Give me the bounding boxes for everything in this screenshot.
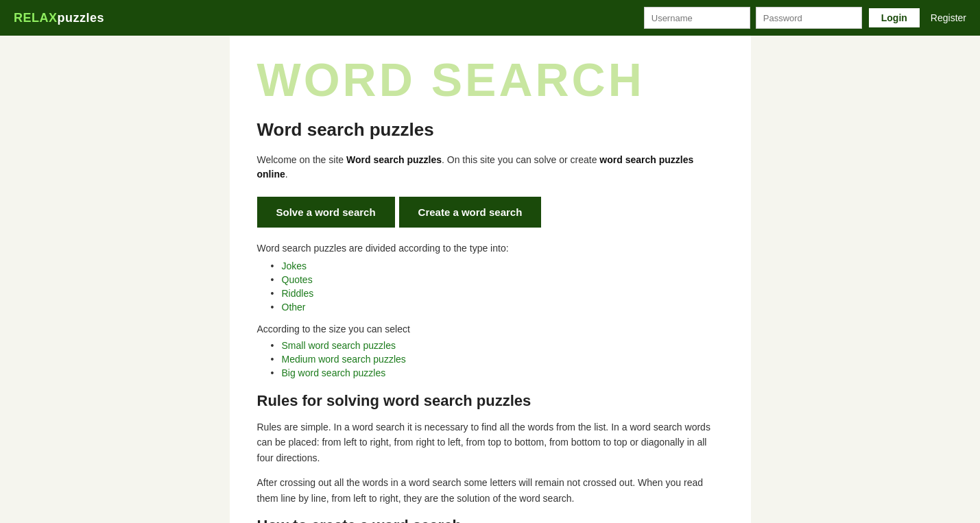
action-buttons: Solve a word search Create a word search <box>257 197 724 228</box>
brand-relax: RELAX <box>14 11 58 25</box>
intro-end: . <box>285 169 288 180</box>
type-list: Jokes Quotes Riddles Other <box>257 260 724 313</box>
list-item: Other <box>271 302 724 313</box>
other-link[interactable]: Other <box>282 302 306 313</box>
rules-title: Rules for solving word search puzzles <box>257 392 724 410</box>
list-item: Riddles <box>271 288 724 299</box>
intro-text-2: . On this site you can solve or create <box>442 154 599 165</box>
size-text: According to the size you can select <box>257 324 724 335</box>
list-item: Small word search puzzles <box>271 340 724 351</box>
type-text: Word search puzzles are divided accordin… <box>257 243 724 254</box>
rules-para-2: After crossing out all the words in a wo… <box>257 475 724 506</box>
how-title: How to create a word search <box>257 517 724 523</box>
nav-right: Login Register <box>644 7 966 29</box>
create-button[interactable]: Create a word search <box>399 197 542 228</box>
jokes-link[interactable]: Jokes <box>282 260 307 271</box>
list-item: Jokes <box>271 260 724 271</box>
list-item: Quotes <box>271 274 724 285</box>
register-link[interactable]: Register <box>931 12 966 23</box>
riddles-link[interactable]: Riddles <box>282 288 314 299</box>
big-puzzles-link[interactable]: Big word search puzzles <box>282 367 386 378</box>
login-button[interactable]: Login <box>868 7 921 29</box>
password-input[interactable] <box>756 7 862 29</box>
medium-puzzles-link[interactable]: Medium word search puzzles <box>282 354 406 365</box>
navbar: RELAXpuzzles Login Register <box>0 0 980 36</box>
intro-text-1: Welcome on the site <box>257 154 346 165</box>
brand-puzzles: puzzles <box>58 11 105 25</box>
list-item: Medium word search puzzles <box>271 354 724 365</box>
page-title: Word search puzzles <box>257 119 724 141</box>
brand-logo[interactable]: RELAXpuzzles <box>14 11 104 25</box>
hero-title: WORD SEARCH <box>257 56 724 103</box>
intro-paragraph: Welcome on the site Word search puzzles.… <box>257 153 724 182</box>
solve-button[interactable]: Solve a word search <box>257 197 395 228</box>
username-input[interactable] <box>644 7 750 29</box>
intro-bold-1: Word search puzzles <box>346 154 442 165</box>
list-item: Big word search puzzles <box>271 367 724 378</box>
small-puzzles-link[interactable]: Small word search puzzles <box>282 340 396 351</box>
size-list: Small word search puzzles Medium word se… <box>257 340 724 378</box>
page-wrapper: WORD SEARCH Word search puzzles Welcome … <box>230 36 751 523</box>
rules-para-1: Rules are simple. In a word search it is… <box>257 419 724 465</box>
quotes-link[interactable]: Quotes <box>282 274 313 285</box>
